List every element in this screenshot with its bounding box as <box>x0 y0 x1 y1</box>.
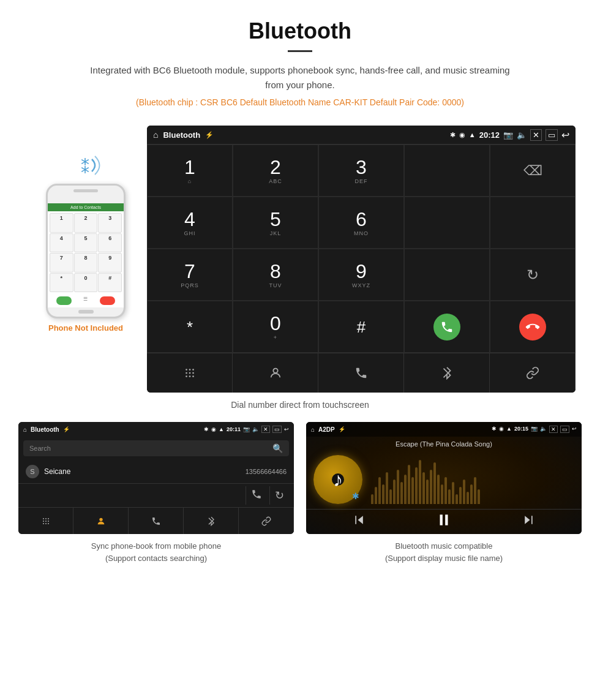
svg-marker-25 <box>525 516 530 524</box>
phone-key-8[interactable]: 8 <box>74 253 98 273</box>
bluetooth-nav-icon <box>441 366 453 380</box>
svg-rect-24 <box>445 514 448 525</box>
pb-back-icon[interactable]: ↩ <box>284 426 289 432</box>
pb-status-right: ✱ ◉ ▲ 20:11 📷 🔈 ✕ ▭ ↩ <box>204 426 289 433</box>
camera-icon[interactable]: 📷 <box>503 130 513 140</box>
nav-link[interactable] <box>490 353 576 393</box>
end-call-button[interactable] <box>519 314 546 341</box>
pb-nav-callhist[interactable] <box>129 508 184 534</box>
pb-nav-bt[interactable] <box>184 508 239 534</box>
pb-time: 20:11 <box>227 426 241 432</box>
key-0[interactable]: 0 + <box>233 301 318 353</box>
phone-key-1[interactable]: 1 <box>50 213 73 233</box>
music-sig-icon: ▲ <box>506 426 512 433</box>
svg-point-1 <box>186 369 187 371</box>
pb-search-placeholder: Search <box>29 445 51 452</box>
phonebook-caption: Sync phone-book from mobile phone(Suppor… <box>18 540 294 564</box>
key-refresh[interactable]: ↻ <box>490 249 576 301</box>
pb-close-icon[interactable]: ✕ <box>261 426 270 433</box>
pb-search-icon[interactable]: 🔍 <box>272 443 283 453</box>
pb-nav-link[interactable] <box>239 508 294 534</box>
window-icon[interactable]: ▭ <box>546 129 558 141</box>
phone-home-button[interactable] <box>78 310 94 314</box>
pb-win-icon[interactable]: ▭ <box>272 426 282 433</box>
phone-key-4[interactable]: 4 <box>50 233 73 253</box>
phone-key-9[interactable]: 9 <box>98 253 122 273</box>
nav-bluetooth-main[interactable] <box>404 353 490 393</box>
pb-callhist-icon <box>151 516 161 526</box>
home-icon[interactable]: ⌂ <box>153 130 158 140</box>
pb-call-action[interactable] <box>246 486 267 505</box>
phonebook-wrap: ⌂ Bluetooth ⚡ ✱ ◉ ▲ 20:11 📷 🔈 ✕ ▭ ↩ <box>18 422 294 564</box>
key-1[interactable]: 1 ⌂ <box>147 145 233 197</box>
phone-key-2[interactable]: 2 <box>74 213 98 233</box>
phone-call-icon <box>440 320 454 334</box>
nav-contacts[interactable] <box>233 353 318 393</box>
pb-nav-contact-active[interactable] <box>73 508 129 534</box>
phone-key-5[interactable]: 5 <box>74 233 98 253</box>
music-prev-button[interactable] <box>353 514 366 529</box>
key-6[interactable]: 6 MNO <box>318 197 404 249</box>
music-close-icon[interactable]: ✕ <box>549 426 558 433</box>
phone-key-3[interactable]: 3 <box>98 213 122 233</box>
contact-row[interactable]: S Seicane 13566664466 <box>18 460 294 484</box>
key-2[interactable]: 2 ABC <box>233 145 318 197</box>
phone-key-6[interactable]: 6 <box>98 233 122 253</box>
key-3[interactable]: 3 DEF <box>318 145 404 197</box>
svg-point-13 <box>48 518 49 519</box>
pb-nav-dialpad[interactable] <box>18 508 73 534</box>
phone-key-star[interactable]: * <box>50 273 73 293</box>
nav-dialpad[interactable] <box>147 353 233 393</box>
music-bluetooth-badge-icon: ✱ <box>352 491 359 501</box>
pb-vol-icon[interactable]: 🔈 <box>252 426 259 432</box>
key-empty-1 <box>404 145 490 197</box>
phone-key-0[interactable]: 0 <box>74 273 98 293</box>
pb-bt-icon: ✱ <box>204 426 209 432</box>
key-end-call[interactable] <box>490 301 576 353</box>
music-next-button[interactable] <box>522 514 534 529</box>
music-back-icon[interactable]: ↩ <box>572 426 577 433</box>
phone-key-7[interactable]: 7 <box>50 253 73 273</box>
key-9[interactable]: 9 WXYZ <box>318 249 404 301</box>
music-vol-icon[interactable]: 🔈 <box>540 426 547 433</box>
pb-search-bar[interactable]: Search 🔍 <box>23 440 289 456</box>
pb-link-icon <box>261 516 271 526</box>
key-5[interactable]: 5 JKL <box>233 197 318 249</box>
pb-bt-nav-icon <box>207 516 216 526</box>
music-home-icon[interactable]: ⌂ <box>311 426 315 433</box>
music-time: 20:15 <box>514 426 528 433</box>
key-8[interactable]: 8 TUV <box>233 249 318 301</box>
music-play-pause-button[interactable] <box>436 512 452 532</box>
pb-home-icon[interactable]: ⌂ <box>23 426 27 433</box>
svg-point-10 <box>273 369 277 373</box>
call-button[interactable] <box>433 314 460 341</box>
nav-call-history[interactable] <box>318 353 404 393</box>
key-star[interactable]: * <box>147 301 233 353</box>
phone-not-included-label: Phone Not Included <box>48 323 123 333</box>
svg-point-19 <box>48 523 49 524</box>
close-icon[interactable]: ✕ <box>530 129 542 141</box>
svg-point-11 <box>43 518 44 519</box>
pb-refresh-action[interactable]: ↻ <box>269 486 289 505</box>
music-status-bar: ⌂ A2DP ⚡ ✱ ◉ ▲ 20:15 📷 🔈 ✕ ▭ ↩ <box>306 422 582 437</box>
key-7[interactable]: 7 PQRS <box>147 249 233 301</box>
phone-call-button[interactable] <box>56 296 72 305</box>
volume-icon[interactable]: 🔈 <box>517 130 527 140</box>
svg-point-3 <box>192 369 194 371</box>
pb-camera-icon[interactable]: 📷 <box>243 426 250 432</box>
music-wrap: ⌂ A2DP ⚡ ✱ ◉ ▲ 20:15 📷 🔈 ✕ ▭ ↩ <box>306 422 582 564</box>
phone-end-button[interactable] <box>100 296 115 305</box>
music-background: ⌂ A2DP ⚡ ✱ ◉ ▲ 20:15 📷 🔈 ✕ ▭ ↩ <box>306 422 582 534</box>
key-4[interactable]: 4 GHI <box>147 197 233 249</box>
phone-container: ⁑ Add to Contacts 1 2 3 4 5 6 7 8 9 <box>24 126 147 333</box>
phone-key-hash[interactable]: # <box>98 273 122 293</box>
keypad-grid: 1 ⌂ 2 ABC 3 DEF ⌫ 4 GHI <box>147 144 576 353</box>
music-bt-icon: ✱ <box>492 426 497 433</box>
back-icon[interactable]: ↩ <box>561 129 569 141</box>
music-win-icon[interactable]: ▭ <box>560 426 569 433</box>
svg-marker-21 <box>358 516 363 524</box>
music-camera-icon[interactable]: 📷 <box>531 426 538 433</box>
key-call[interactable] <box>404 301 490 353</box>
key-hash[interactable]: # <box>318 301 404 353</box>
key-backspace[interactable]: ⌫ <box>490 145 576 197</box>
